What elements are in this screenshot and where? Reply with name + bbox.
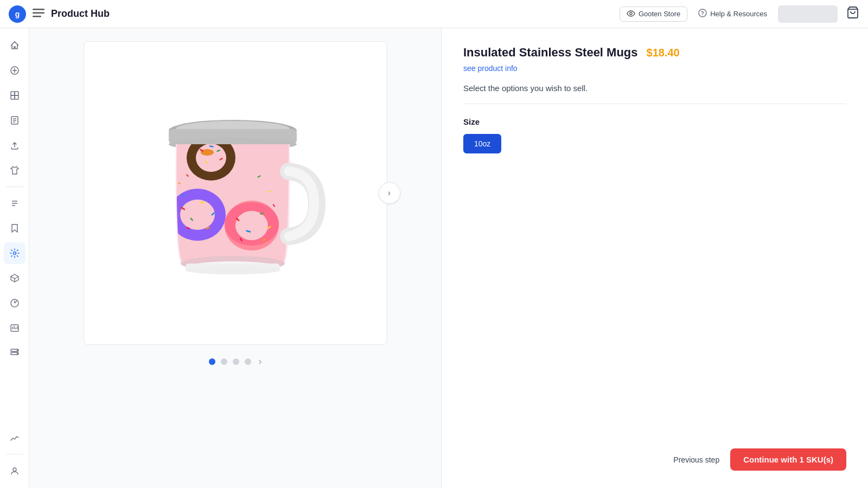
- carousel-dot-1[interactable]: [209, 358, 215, 365]
- svg-point-32: [16, 353, 17, 354]
- image-panel: › ›: [29, 28, 442, 488]
- sidebar-item-chart2[interactable]: [4, 427, 25, 448]
- sidebar-divider-2: [6, 454, 23, 454]
- sidebar-item-orders[interactable]: [4, 110, 25, 131]
- main-content: › › Insulated Stainless Steel Mugs $18.4…: [29, 28, 868, 488]
- sidebar-divider: [6, 187, 23, 187]
- size-option-10oz[interactable]: 10oz: [463, 134, 501, 153]
- select-options-prompt: Select the options you wish to sell.: [463, 84, 846, 104]
- size-section: Size 10oz: [463, 117, 846, 153]
- menu-icon[interactable]: [33, 8, 44, 20]
- svg-point-5: [703, 14, 703, 15]
- svg-point-3: [630, 12, 632, 14]
- sidebar-item-upload[interactable]: [4, 134, 25, 156]
- sidebar-item-profile[interactable]: [4, 460, 25, 481]
- sidebar-item-lists[interactable]: [4, 192, 25, 214]
- carousel-dot-4[interactable]: [245, 358, 251, 365]
- product-price: $18.40: [647, 47, 680, 59]
- size-label: Size: [463, 117, 846, 126]
- image-next-button[interactable]: ›: [379, 182, 400, 204]
- size-options: 10oz: [463, 134, 846, 153]
- product-image-container: [84, 41, 387, 345]
- svg-rect-2: [33, 16, 41, 17]
- svg-point-51: [183, 202, 207, 222]
- sidebar: [0, 28, 29, 488]
- product-options-panel: Insulated Stainless Steel Mugs $18.40 se…: [442, 28, 868, 488]
- sidebar-item-integrations[interactable]: [4, 342, 25, 364]
- continue-button[interactable]: Continue with 1 SKU(s): [730, 448, 846, 471]
- account-button[interactable]: [778, 5, 838, 23]
- carousel-dot-2[interactable]: [221, 358, 227, 365]
- sidebar-item-settings[interactable]: [4, 242, 25, 264]
- sidebar-item-packages[interactable]: [4, 267, 25, 289]
- help-label: Help & Resources: [710, 10, 767, 18]
- previous-step-button[interactable]: Previous step: [673, 455, 719, 464]
- carousel-next-icon[interactable]: ›: [259, 356, 262, 367]
- product-image: [84, 42, 387, 344]
- store-button-label: Gooten Store: [639, 10, 680, 18]
- footer-actions: Previous step Continue with 1 SKU(s): [463, 438, 846, 471]
- svg-point-33: [13, 468, 16, 471]
- sidebar-item-apparel[interactable]: [4, 159, 25, 181]
- sidebar-item-reports[interactable]: [4, 317, 25, 339]
- sidebar-item-bookmarks[interactable]: [4, 217, 25, 239]
- help-resources-link[interactable]: Help & Resources: [698, 9, 767, 20]
- svg-rect-12: [11, 95, 15, 99]
- svg-point-31: [16, 350, 17, 351]
- page-title: Product Hub: [51, 8, 110, 20]
- svg-rect-10: [11, 92, 15, 95]
- top-navigation: g Product Hub Gooten Store Help & Resour…: [0, 0, 868, 28]
- svg-rect-1: [33, 12, 44, 14]
- svg-rect-13: [15, 95, 18, 99]
- cart-icon[interactable]: [846, 6, 859, 22]
- eye-icon: [627, 10, 635, 18]
- product-title: Insulated Stainless Steel Mugs: [463, 46, 638, 60]
- sidebar-item-analytics[interactable]: [4, 292, 25, 314]
- app-logo: g: [9, 5, 26, 23]
- svg-rect-11: [15, 92, 18, 95]
- svg-rect-0: [33, 9, 44, 10]
- gooten-store-button[interactable]: Gooten Store: [620, 7, 687, 22]
- carousel-dots: ›: [209, 356, 262, 367]
- carousel-dot-3[interactable]: [233, 358, 239, 365]
- svg-point-77: [185, 266, 280, 274]
- svg-point-4: [699, 9, 706, 17]
- sidebar-item-home[interactable]: [4, 35, 25, 56]
- sidebar-item-catalog[interactable]: [4, 60, 25, 81]
- product-header: Insulated Stainless Steel Mugs $18.40: [463, 46, 846, 60]
- product-info-link[interactable]: see product info: [463, 64, 846, 73]
- svg-point-21: [13, 252, 16, 255]
- sidebar-item-products[interactable]: [4, 85, 25, 106]
- help-circle-icon: [698, 9, 707, 20]
- svg-point-61: [239, 214, 261, 234]
